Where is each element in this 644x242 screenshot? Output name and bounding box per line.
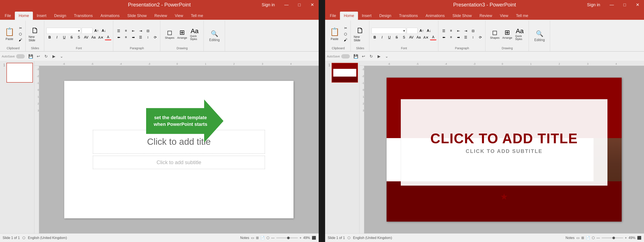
- left-justify-btn[interactable]: ☰: [137, 35, 144, 40]
- left-shadow-btn[interactable]: S: [76, 35, 82, 40]
- right-autosave-toggle[interactable]: [341, 54, 350, 59]
- right-arrange-btn[interactable]: ⊞ Arrange: [502, 25, 513, 44]
- left-align-left-btn[interactable]: ⬅: [116, 35, 122, 40]
- right-undo-btn[interactable]: ↩: [360, 53, 367, 60]
- left-quick-styles-btn[interactable]: Aa Quick Styles: [189, 25, 200, 44]
- right-align-right-btn[interactable]: ➡: [455, 35, 462, 40]
- left-slide-content[interactable]: Click to add title Click to add subtitle: [64, 81, 294, 218]
- left-tab-tellme[interactable]: Tell me: [187, 12, 207, 20]
- right-status-notes-btn[interactable]: Notes: [566, 236, 574, 240]
- left-bullets-btn[interactable]: ☰: [116, 28, 122, 34]
- left-fit-window-btn[interactable]: ⬛: [312, 236, 316, 240]
- left-tab-transitions[interactable]: Transitions: [70, 12, 96, 20]
- left-align-center-btn[interactable]: ≡: [123, 35, 129, 40]
- right-clear-formatting-btn[interactable]: A✕: [423, 35, 429, 40]
- right-maximize-btn[interactable]: □: [618, 0, 631, 10]
- left-font-color-btn[interactable]: A: [105, 35, 111, 40]
- right-slide-content[interactable]: CLICK TO ADD TITLE CLICK TO ADD SUBTITLE…: [386, 78, 622, 222]
- left-status-notes-btn[interactable]: Notes: [240, 236, 249, 240]
- left-zoom-percent[interactable]: 49%: [303, 236, 310, 240]
- left-clear-formatting-btn[interactable]: A✕: [98, 35, 104, 40]
- left-tab-design[interactable]: Design: [50, 12, 70, 20]
- right-paste-btn[interactable]: 📋 Paste: [328, 25, 342, 44]
- left-sign-in[interactable]: Sign in: [256, 2, 280, 7]
- right-format-painter-btn[interactable]: 🖌: [342, 37, 349, 43]
- right-zoom-slider[interactable]: [602, 237, 623, 238]
- left-text-direction-btn[interactable]: ⟳: [152, 35, 158, 40]
- right-numbering-btn[interactable]: ≡: [448, 28, 454, 34]
- right-indent-more-btn[interactable]: ⇥: [462, 28, 469, 34]
- left-tab-home[interactable]: Home: [15, 12, 33, 20]
- left-tab-file[interactable]: File: [1, 12, 15, 20]
- right-tab-slideshow[interactable]: Slide Show: [449, 12, 476, 20]
- left-new-slide-btn[interactable]: 🗋 New Slide: [28, 25, 42, 43]
- left-italic-btn[interactable]: I: [54, 35, 60, 40]
- left-minimize-btn[interactable]: —: [280, 0, 293, 10]
- right-justify-btn[interactable]: ☰: [462, 35, 469, 40]
- right-font-increase-btn[interactable]: A↑: [418, 28, 425, 34]
- right-view-normal-btn[interactable]: ▭: [576, 236, 580, 240]
- left-title-box[interactable]: Click to add title: [93, 130, 265, 154]
- right-new-slide-btn[interactable]: 🗋 New Slide: [353, 25, 368, 43]
- left-tab-insert[interactable]: Insert: [33, 12, 50, 20]
- right-bold-btn[interactable]: B: [372, 35, 378, 40]
- right-align-left-btn[interactable]: ⬅: [440, 35, 447, 40]
- right-font-size-input[interactable]: [407, 28, 418, 34]
- right-text-direction-btn[interactable]: ⟳: [477, 35, 484, 40]
- right-close-btn[interactable]: ✕: [631, 0, 644, 10]
- right-slide-thumb[interactable]: [332, 63, 358, 83]
- right-sign-in[interactable]: Sign in: [582, 2, 605, 7]
- left-zoom-slider[interactable]: [276, 237, 298, 238]
- right-tab-transitions[interactable]: Transitions: [395, 12, 422, 20]
- right-underline-btn[interactable]: U: [386, 35, 392, 40]
- left-view-reading-btn[interactable]: 📄: [260, 236, 265, 240]
- left-zoom-out-btn[interactable]: —: [271, 236, 274, 240]
- right-tab-home[interactable]: Home: [340, 12, 358, 20]
- right-line-spacing-btn[interactable]: ↕: [470, 35, 476, 40]
- left-font-increase-btn[interactable]: A↑: [93, 28, 100, 34]
- right-fit-window-btn[interactable]: ⬛: [637, 236, 642, 240]
- left-line-spacing-btn[interactable]: ↕: [144, 35, 151, 40]
- left-change-case-btn[interactable]: Aa: [90, 35, 97, 40]
- right-indent-less-btn[interactable]: ⇤: [455, 28, 462, 34]
- right-zoom-out-btn[interactable]: —: [596, 236, 600, 240]
- right-align-center-btn[interactable]: ≡: [448, 35, 454, 40]
- right-tab-view[interactable]: View: [496, 12, 512, 20]
- left-copy-btn[interactable]: ⬡: [17, 31, 24, 37]
- left-align-right-btn[interactable]: ➡: [130, 35, 136, 40]
- left-view-normal-btn[interactable]: ▭: [251, 236, 254, 240]
- left-view-slide-sorter-btn[interactable]: ⊞: [256, 236, 259, 240]
- left-indent-more-btn[interactable]: ⇥: [137, 28, 144, 34]
- right-minimize-btn[interactable]: —: [605, 0, 618, 10]
- right-char-spacing-btn[interactable]: AV: [408, 35, 414, 40]
- left-format-painter-btn[interactable]: 🖌: [17, 37, 24, 43]
- left-undo-btn[interactable]: ↩: [35, 53, 42, 60]
- right-redo-btn[interactable]: ↻: [368, 53, 375, 60]
- left-underline-btn[interactable]: U: [61, 35, 68, 40]
- left-view-presenter-btn[interactable]: ⬡: [266, 236, 270, 240]
- right-font-decrease-btn[interactable]: A↓: [426, 28, 432, 34]
- left-close-btn[interactable]: ✕: [306, 0, 319, 10]
- right-fit-slide-icon[interactable]: ⬡: [348, 236, 350, 240]
- left-present-btn[interactable]: ▶: [50, 53, 57, 60]
- left-bold-btn[interactable]: B: [46, 35, 53, 40]
- left-font-name-dropdown[interactable]: ▾: [46, 28, 81, 34]
- right-strikethrough-btn[interactable]: S: [394, 35, 400, 40]
- left-columns-btn[interactable]: ⊟: [144, 28, 151, 34]
- left-subtitle-box[interactable]: Click to add subtitle: [93, 156, 265, 169]
- right-view-slide-sorter-btn[interactable]: ⊞: [581, 236, 584, 240]
- right-zoom-in-btn[interactable]: +: [625, 236, 627, 240]
- left-maximize-btn[interactable]: □: [293, 0, 306, 10]
- left-tab-slideshow[interactable]: Slide Show: [124, 12, 151, 20]
- right-tab-animations[interactable]: Animations: [422, 12, 448, 20]
- left-zoom-in-btn[interactable]: +: [300, 236, 302, 240]
- left-redo-btn[interactable]: ↻: [43, 53, 50, 60]
- left-customize-qa-btn[interactable]: ⌄: [58, 53, 65, 60]
- left-shapes-btn[interactable]: ◻ Shapes: [164, 25, 175, 44]
- right-font-color-btn[interactable]: A: [430, 35, 436, 40]
- left-cut-btn[interactable]: ✂: [17, 25, 24, 31]
- right-tab-review[interactable]: Review: [476, 12, 496, 20]
- right-font-name-dropdown[interactable]: ▾: [372, 28, 406, 34]
- right-shadow-btn[interactable]: S: [401, 35, 407, 40]
- left-tab-review[interactable]: Review: [151, 12, 171, 20]
